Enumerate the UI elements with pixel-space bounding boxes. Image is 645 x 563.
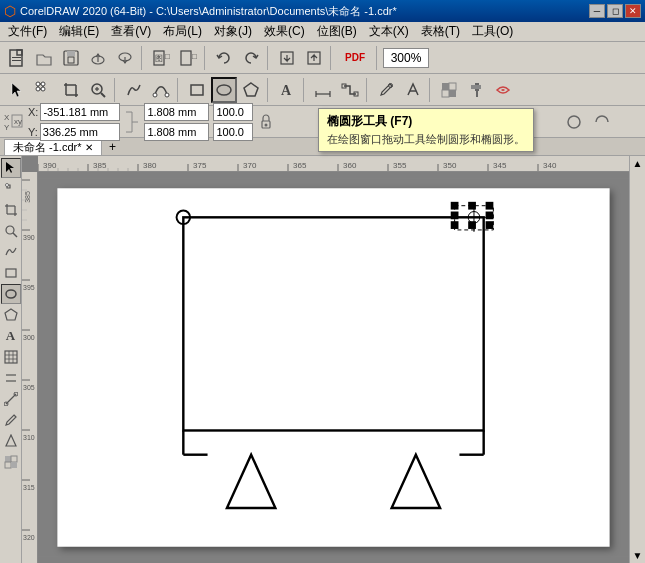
toolbox-connector[interactable] (1, 389, 21, 409)
menu-table[interactable]: 表格(T) (415, 21, 466, 42)
svg-text:390: 390 (43, 161, 57, 170)
shape-tool[interactable] (31, 77, 57, 103)
toolbox-eyedropper[interactable] (1, 410, 21, 430)
export-button[interactable]: □ (175, 45, 201, 71)
toolbox-table[interactable] (1, 347, 21, 367)
pdf-button[interactable]: PDF (337, 45, 373, 71)
toolbox-zoom[interactable] (1, 221, 21, 241)
pct-w-input[interactable] (213, 103, 253, 121)
svg-text:A: A (281, 83, 292, 98)
text-tool[interactable]: A (274, 77, 300, 103)
new-tab-button[interactable]: + (104, 139, 120, 155)
menu-view[interactable]: 查看(V) (105, 21, 157, 42)
ellipse-tool[interactable] (211, 77, 237, 103)
polygon-tool[interactable] (238, 77, 264, 103)
cloud-download-button[interactable] (112, 45, 138, 71)
toolbox-crop[interactable] (1, 200, 21, 220)
smear-tool[interactable] (490, 77, 516, 103)
menu-text[interactable]: 文本(X) (363, 21, 415, 42)
zoom-tool[interactable] (85, 77, 111, 103)
open-button[interactable] (31, 45, 57, 71)
svg-text:X: X (4, 113, 10, 122)
crop-tool[interactable] (58, 77, 84, 103)
scroll-down-button[interactable]: ▼ (633, 550, 643, 561)
svg-text:310: 310 (23, 434, 35, 441)
menu-object[interactable]: 对象(J) (208, 21, 258, 42)
canvas-content[interactable] (38, 172, 629, 563)
toolbar-separator-5 (376, 46, 380, 70)
height-input[interactable] (144, 123, 209, 141)
menu-bitmap[interactable]: 位图(B) (311, 21, 363, 42)
lock-proportions-button[interactable] (257, 110, 275, 134)
menu-bar: 文件(F) 编辑(E) 查看(V) 布局(L) 对象(J) 效果(C) 位图(B… (0, 22, 645, 42)
main-toolbar: 图□ □ PDF 300% (0, 42, 645, 74)
toolbox-node[interactable] (1, 179, 21, 199)
svg-rect-70 (5, 351, 17, 363)
new-button[interactable] (4, 45, 30, 71)
arrow-down-button[interactable] (274, 45, 300, 71)
bezier-tool[interactable] (148, 77, 174, 103)
property-bar: X Y xy X: Y: (0, 106, 645, 138)
fill-tool[interactable] (400, 77, 426, 103)
undo-button[interactable] (211, 45, 237, 71)
redo-button[interactable] (238, 45, 264, 71)
freehand-tool[interactable] (121, 77, 147, 103)
toolbox-fill[interactable] (1, 431, 21, 451)
document-tab[interactable]: 未命名 -1.cdr* ✕ (4, 139, 102, 155)
svg-text:390: 390 (23, 234, 35, 241)
svg-rect-81 (11, 456, 17, 462)
menu-layout[interactable]: 布局(L) (157, 21, 208, 42)
toolbox-freehand[interactable] (1, 242, 21, 262)
svg-line-27 (101, 93, 105, 97)
toolbox-rect[interactable] (1, 263, 21, 283)
tab-close-icon[interactable]: ✕ (85, 142, 93, 153)
menu-edit[interactable]: 编辑(E) (53, 21, 105, 42)
toolbox-smart-draw[interactable] (1, 452, 21, 472)
y-input[interactable] (40, 123, 120, 141)
menu-file[interactable]: 文件(F) (2, 21, 53, 42)
toolbox-ellipse[interactable] (1, 284, 21, 304)
tooltip-description: 在绘图窗口拖动工具绘制圆形和椭圆形。 (327, 132, 525, 147)
select-tool[interactable] (4, 77, 30, 103)
svg-marker-34 (244, 83, 258, 96)
zoom-level[interactable]: 300% (383, 48, 429, 68)
tool-tooltip: 椭圆形工具 (F7) 在绘图窗口拖动工具绘制圆形和椭圆形。 (318, 108, 534, 152)
eyedropper-tool[interactable] (373, 77, 399, 103)
x-input[interactable] (40, 103, 120, 121)
connector-tool[interactable] (337, 77, 363, 103)
close-button[interactable]: ✕ (625, 4, 641, 18)
smart-fill-tool[interactable] (436, 77, 462, 103)
svg-text:□: □ (192, 52, 197, 61)
pct-h-input[interactable] (213, 123, 253, 141)
scroll-up-button[interactable]: ▲ (633, 158, 643, 169)
drawing-canvas (38, 172, 629, 563)
arc-tool-button[interactable] (589, 109, 615, 135)
ellipse-outline-button[interactable] (561, 109, 587, 135)
svg-text:300: 300 (23, 334, 35, 341)
toolbox-polygon[interactable] (1, 305, 21, 325)
toolbox-parallel[interactable] (1, 368, 21, 388)
toolbar-separator-1 (141, 46, 145, 70)
save-button[interactable] (58, 45, 84, 71)
menu-effects[interactable]: 效果(C) (258, 21, 311, 42)
svg-point-31 (165, 93, 169, 97)
rectangle-tool[interactable] (184, 77, 210, 103)
width-input[interactable] (144, 103, 209, 121)
y-label: Y: (28, 126, 38, 138)
svg-point-65 (6, 226, 14, 234)
svg-point-19 (41, 82, 45, 86)
restore-button[interactable]: ◻ (607, 4, 623, 18)
toolbar-separator-4 (330, 46, 334, 70)
import-button[interactable]: 图□ (148, 45, 174, 71)
toolbox-select[interactable] (1, 158, 21, 178)
menu-tools[interactable]: 工具(O) (466, 21, 519, 42)
arrow-up-button[interactable] (301, 45, 327, 71)
svg-point-68 (6, 290, 16, 298)
minimize-button[interactable]: ─ (589, 4, 605, 18)
dimension-tool[interactable] (310, 77, 336, 103)
toolbox-text[interactable]: A (1, 326, 21, 346)
svg-rect-147 (451, 221, 459, 229)
cloud-upload-button[interactable] (85, 45, 111, 71)
svg-text:375: 375 (193, 161, 207, 170)
virtual-segment-tool[interactable] (463, 77, 489, 103)
